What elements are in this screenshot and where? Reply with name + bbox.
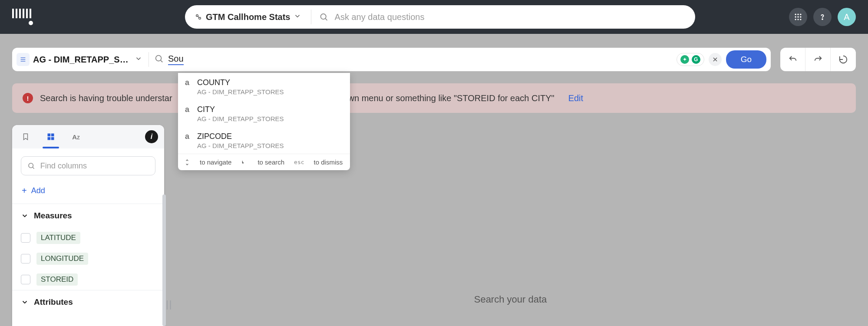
svg-point-5 <box>797 14 799 15</box>
svg-point-25 <box>29 163 33 168</box>
measures-section-header[interactable]: Measures <box>12 204 164 227</box>
find-columns-input[interactable] <box>40 161 149 171</box>
suggestion-label: ZIPCODE <box>197 132 284 141</box>
assist-badge[interactable]: ✦ G <box>677 53 704 66</box>
svg-point-7 <box>795 16 796 17</box>
svg-rect-24 <box>51 137 54 140</box>
suggestion-dropdown: a COUNTY AG - DIM_RETAPP_STORES a CITY A… <box>178 73 350 170</box>
apps-icon <box>794 13 802 21</box>
add-label: Add <box>31 186 45 195</box>
svg-point-8 <box>797 16 799 17</box>
svg-point-13 <box>822 19 823 20</box>
edit-link[interactable]: Edit <box>568 93 583 103</box>
banner-text-left: Search is having trouble understar <box>40 93 172 103</box>
suggestion-source: AG - DIM_RETAPP_STORES <box>197 115 284 122</box>
top-nav: GTM Callhome Stats A <box>0 0 868 34</box>
error-banner: ! Search is having trouble understar -do… <box>12 83 856 113</box>
suggestion-item[interactable]: a COUNTY AG - DIM_RETAPP_STORES <box>178 73 350 100</box>
bookmark-tab[interactable] <box>18 129 33 144</box>
svg-line-3 <box>326 19 327 20</box>
type-indicator: a <box>185 105 191 114</box>
az-icon: AZ <box>72 133 80 141</box>
checkbox[interactable] <box>21 233 30 243</box>
find-columns-field[interactable] <box>21 156 155 175</box>
checkbox[interactable] <box>21 254 30 263</box>
column-row[interactable]: LONGITUDE <box>12 248 164 269</box>
svg-point-17 <box>156 56 162 61</box>
chevron-down-icon <box>21 212 29 220</box>
scope-selector[interactable]: GTM Callhome Stats <box>185 10 311 24</box>
reset-icon <box>838 55 848 64</box>
help-button[interactable] <box>813 8 832 26</box>
brand-logo[interactable] <box>12 7 33 27</box>
column-chip: LONGITUDE <box>36 253 88 265</box>
banner-text-right: -down menu or something like "STOREID fo… <box>336 93 554 103</box>
info-button[interactable]: i <box>145 130 158 143</box>
svg-rect-21 <box>48 134 51 137</box>
checkbox[interactable] <box>21 275 30 284</box>
svg-line-18 <box>161 60 162 62</box>
svg-point-6 <box>800 14 801 15</box>
close-icon <box>712 56 718 63</box>
type-indicator: a <box>185 78 191 87</box>
info-icon: i <box>151 133 152 141</box>
go-button[interactable]: Go <box>726 50 766 69</box>
query-input[interactable]: Sou <box>168 54 184 65</box>
history-controls <box>780 48 856 71</box>
query-bar-row: AG - DIM_RETAPP_ST... Sou ✦ G Go <box>12 48 856 71</box>
column-chip: STOREID <box>36 273 78 286</box>
scrollbar[interactable] <box>162 194 166 326</box>
enter-icon <box>241 159 248 165</box>
apps-button[interactable] <box>789 8 807 26</box>
svg-line-26 <box>33 167 34 168</box>
plus-icon: + <box>22 186 27 196</box>
scope-icon <box>195 13 202 21</box>
chevron-down-icon[interactable] <box>135 55 142 64</box>
search-icon <box>319 12 328 22</box>
suggestion-label: CITY <box>197 105 284 114</box>
svg-point-12 <box>800 19 801 20</box>
svg-point-10 <box>795 19 796 20</box>
global-search[interactable] <box>311 12 695 22</box>
panel-toggle-button[interactable] <box>17 53 30 66</box>
grid-icon <box>46 132 55 141</box>
suggestion-item[interactable]: a ZIPCODE AG - DIM_RETAPP_STORES <box>178 127 350 154</box>
list-icon <box>20 56 26 63</box>
attributes-section-header[interactable]: Attributes <box>12 290 164 314</box>
nav-right: A <box>789 8 856 26</box>
clear-button[interactable] <box>709 53 722 66</box>
suggestion-source: AG - DIM_RETAPP_STORES <box>197 142 284 149</box>
column-row[interactable]: LATITUDE <box>12 227 164 248</box>
separator <box>149 52 149 67</box>
sort-tab[interactable]: AZ <box>69 129 83 144</box>
datasource-name[interactable]: AG - DIM_RETAPP_ST... <box>33 55 129 65</box>
column-row[interactable]: STOREID <box>12 269 164 290</box>
data-panel: AZ i + Add Measures LATITUDE LONGITUDE S… <box>12 125 164 326</box>
svg-point-2 <box>321 14 326 19</box>
reset-button[interactable] <box>831 48 856 71</box>
global-search-container: GTM Callhome Stats <box>185 5 695 29</box>
columns-tab[interactable] <box>43 129 58 144</box>
attributes-title: Attributes <box>34 297 73 307</box>
add-button[interactable]: + Add <box>12 180 164 204</box>
user-avatar[interactable]: A <box>838 8 856 26</box>
chevron-down-icon <box>294 12 301 22</box>
undo-icon <box>788 55 798 64</box>
esc-key: esc <box>294 159 304 165</box>
svg-rect-22 <box>51 134 54 137</box>
search-hint: to search <box>257 158 284 166</box>
grammarly-icon: G <box>692 55 700 64</box>
undo-button[interactable] <box>780 48 805 71</box>
column-chip: LATITUDE <box>36 232 80 244</box>
updown-icon <box>184 159 190 166</box>
suggestion-item[interactable]: a CITY AG - DIM_RETAPP_STORES <box>178 100 350 127</box>
global-search-input[interactable] <box>335 12 687 22</box>
svg-point-11 <box>797 19 799 20</box>
redo-button[interactable] <box>805 48 831 71</box>
chevron-down-icon <box>21 298 29 306</box>
empty-state-text: Search your data <box>474 294 547 305</box>
measures-title: Measures <box>34 211 72 221</box>
dismiss-hint: to dismiss <box>314 158 343 166</box>
suggestion-source: AG - DIM_RETAPP_STORES <box>197 88 284 95</box>
svg-point-4 <box>795 14 796 15</box>
